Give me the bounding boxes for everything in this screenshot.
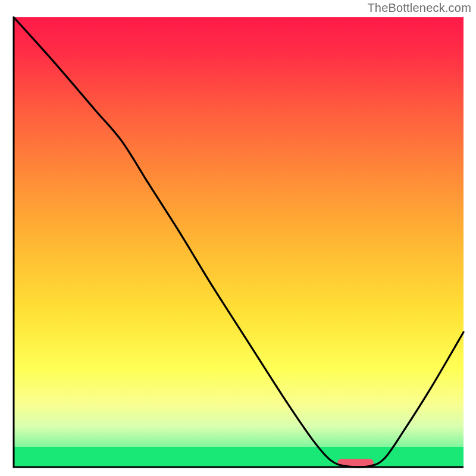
bottleneck-chart — [0, 0, 476, 476]
green-band — [14, 447, 464, 467]
gradient-background — [14, 17, 464, 467]
chart-frame: TheBottleneck.com — [0, 0, 476, 476]
